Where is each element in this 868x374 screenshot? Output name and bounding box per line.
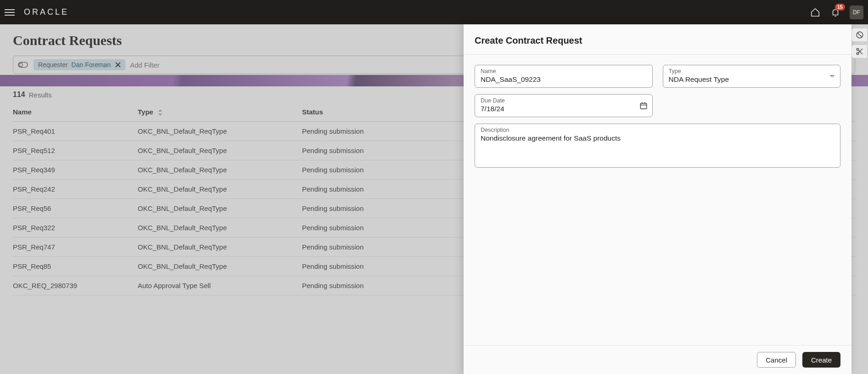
description-field[interactable]: Description (475, 124, 840, 168)
type-field[interactable]: Type (663, 65, 841, 88)
panel-footer: Cancel Create (464, 345, 851, 374)
type-select[interactable] (669, 75, 835, 84)
due-date-input[interactable] (481, 105, 647, 113)
panel-title: Create Contract Request (475, 35, 840, 46)
block-icon[interactable] (851, 28, 867, 42)
type-field-label: Type (669, 68, 835, 74)
description-input[interactable] (481, 134, 834, 162)
scissors-icon[interactable] (851, 45, 867, 58)
right-tool-rail (851, 24, 868, 58)
name-field[interactable]: Name (475, 65, 653, 88)
due-date-field[interactable]: Due Date (475, 94, 653, 117)
description-label: Description (481, 127, 834, 133)
panel-body: Name Type Due Date (464, 55, 851, 345)
name-input[interactable] (481, 75, 647, 84)
cancel-button[interactable]: Cancel (757, 352, 796, 368)
panel-header: Create Contract Request (464, 24, 851, 55)
create-request-panel: Create Contract Request Name Type Due (464, 24, 851, 374)
main-area: Contract Requests Requester Dan Foreman … (0, 24, 868, 374)
svg-line-1 (857, 33, 862, 38)
name-field-label: Name (481, 68, 647, 74)
user-avatar[interactable]: DF (850, 6, 863, 19)
create-button[interactable]: Create (802, 352, 840, 368)
notifications-icon[interactable]: 15 (829, 6, 841, 18)
notification-badge: 15 (835, 4, 845, 11)
menu-icon[interactable] (5, 7, 16, 18)
due-date-label: Due Date (481, 97, 647, 104)
chevron-down-icon[interactable] (829, 73, 835, 79)
app-header: ORACLE 15 DF (0, 0, 868, 24)
home-icon[interactable] (809, 6, 821, 18)
brand-logo: ORACLE (24, 7, 69, 17)
calendar-icon[interactable] (639, 102, 648, 110)
svg-rect-10 (640, 103, 647, 109)
